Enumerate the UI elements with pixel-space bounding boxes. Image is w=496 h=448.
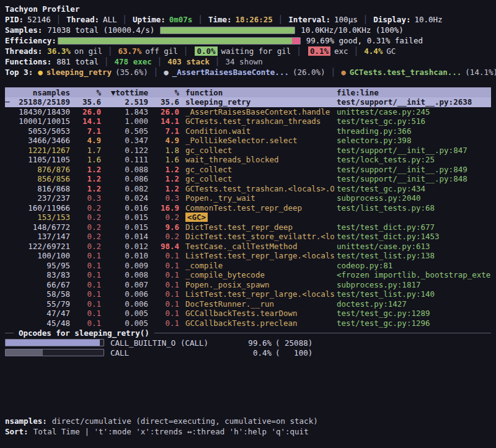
direct-pct-cell: 0.1 [70, 270, 101, 279]
top-function-3: GCTests.test_trashcan... [350, 68, 462, 77]
cumulative-pct-cell: 16.9 [148, 203, 179, 213]
table-row[interactable]: 100/100 0.1 0.010 0.1 ListTest.test_repr… [5, 251, 491, 261]
functions-label: Functions: [5, 57, 51, 66]
table-row[interactable]: 66/67 0.1 0.007 0.1 Popen._posix_spawn s… [5, 280, 491, 290]
interval-label: Interval: [288, 15, 330, 24]
table-row[interactable]: 153/153 0.2 0.015 0.2 <GC> [5, 213, 491, 222]
nsamples-cell: 1105/1105 [11, 155, 70, 164]
function-cell: _compile [179, 261, 334, 270]
threads-line: Threads: 36.3% on gil │ 63.7% off gil │ … [5, 46, 491, 56]
display-label: Display: [373, 15, 410, 24]
table-row[interactable]: 95/95 0.1 0.009 0.1 _compile codeop.py:8… [5, 261, 491, 271]
function-name: _compile_bytecode [185, 270, 265, 279]
top-function-3-pct: (14.1%) [465, 68, 496, 77]
table-row[interactable]: 122/69721 0.2 0.012 98.4 TestCase._callT… [5, 242, 491, 252]
table-row[interactable]: 45/48 0.1 0.005 0.1 GCCallbackTests.prec… [5, 318, 491, 328]
opcode-pct: 0.4% [234, 348, 272, 358]
help-line-2: Sort: Total Time | 't':mode 'x':trends ↔… [5, 426, 491, 437]
opcode-pct: 99.6% [234, 338, 272, 348]
table-row[interactable]: 47/47 0.1 0.005 0.1 GCCallbackTests.tear… [5, 309, 491, 318]
function-cell: DocTestRunner.__run [179, 299, 334, 309]
separator-dash [5, 333, 14, 333]
file-line-cell: test/support/__init__.py:2638 [334, 97, 491, 107]
cumulative-pct-cell: 1.8 [148, 146, 179, 155]
function-name: <GC> [185, 213, 208, 222]
function-cell: gc_collect [179, 165, 334, 174]
tottime-cell: 0.024 [101, 193, 148, 203]
tachyon-profiler-window: Tachyon Profiler PID: 52146 │ Thread: AL… [0, 0, 496, 448]
col-header-function[interactable]: function [179, 88, 334, 97]
cumulative-pct-cell: 0.1 [148, 289, 179, 299]
table-row[interactable]: 83/83 0.1 0.008 0.1 _compile_bytecode <f… [5, 270, 491, 280]
tottime-cell: 1.000 [101, 116, 148, 126]
tottime-cell: 0.347 [101, 136, 148, 145]
cumulative-pct-cell: 14.1 [148, 116, 179, 126]
nsamples-cell: 160/11966 [11, 203, 70, 213]
function-cell: _PollLikeSelector.select [179, 136, 334, 145]
off-gil-label: off gil [145, 46, 178, 56]
tottime-cell: 0.008 [101, 270, 148, 279]
nsamples-cell: 95/95 [11, 261, 70, 270]
nsamples-help-text: direct/cumulative (direct=executing, cum… [52, 416, 318, 426]
cumulative-pct-cell: 0.1 [148, 261, 179, 270]
cumulative-pct-cell: 1.2 [148, 174, 179, 183]
samples-total: 71038 total (10000.4/s) [47, 25, 154, 35]
function-cell: GCTests.test_trashcan_threads [179, 116, 334, 126]
col-header-tottime-sorted[interactable]: ▼tottime [101, 88, 148, 97]
table-row[interactable]: 18430/18430 26.0 1.843 26.0 _AssertRaise… [5, 107, 491, 117]
table-row[interactable]: 237/237 0.3 0.024 0.3 Popen._try_wait su… [5, 193, 491, 203]
col-header-file-line[interactable]: file:line [334, 88, 491, 97]
table-row[interactable]: 816/868 1.2 0.082 1.2 GCTests.test_trash… [5, 184, 491, 194]
direct-pct-cell: 0.1 [70, 280, 101, 289]
table-row[interactable]: 55/79 0.1 0.006 0.1 DocTestRunner.__run … [5, 299, 491, 309]
samples-line: Samples: 71038 total (10000.4/s) 10.0KHz… [5, 25, 491, 35]
col-header-cumulative-pct[interactable]: % [148, 88, 179, 97]
file-line-cell: test/list_tests.py:68 [334, 203, 491, 213]
table-row[interactable]: 160/11966 0.2 0.016 16.9 CommonTest.test… [5, 203, 491, 213]
col-header-nsamples[interactable]: nsamples [11, 88, 70, 97]
table-row[interactable]: 10001/10015 14.1 1.000 14.1 GCTests.test… [5, 116, 491, 126]
function-cell: ListTest.test_repr_large.<locals>.c... [179, 289, 334, 299]
opcode-bar-fill [6, 340, 100, 346]
table-row[interactable]: 5053/5053 7.1 0.505 7.1 Condition.wait t… [5, 126, 491, 136]
cumulative-pct-cell: 4.9 [148, 136, 179, 145]
title-bar: Tachyon Profiler [5, 4, 491, 14]
col-header-direct-pct[interactable]: % [70, 88, 101, 97]
function-name: gc_collect [185, 165, 232, 174]
cumulative-pct-cell: 0.1 [148, 318, 179, 328]
table-row[interactable]: 58/58 0.1 0.006 0.1 ListTest.test_repr_l… [5, 289, 491, 299]
uptime-label: Uptime: [133, 15, 166, 24]
cumulative-pct-cell: 0.1 [148, 270, 179, 279]
table-row[interactable]: 856/856 1.2 0.086 1.2 gc_collect test/su… [5, 174, 491, 184]
function-name: ListTest.test_repr_large.<locals>.c... [185, 251, 334, 260]
nsamples-cell: 58/58 [11, 289, 70, 299]
gold-medal-icon: ● [38, 68, 43, 77]
function-cell: GCCallbackTests.preclean [179, 318, 334, 328]
keybindings-help-text: Total Time | 't':mode 'x':trends ↔:threa… [33, 427, 309, 436]
table-row[interactable]: 137/147 0.2 0.014 0.2 DictTest.test_stor… [5, 232, 491, 242]
table-row[interactable]: 148/6772 0.2 0.015 9.6 DictTest.test_rep… [5, 222, 491, 232]
function-name: GCTests.test_trashcan_threads [185, 116, 321, 126]
thread-label: Thread: [66, 15, 99, 24]
empty-area [5, 358, 491, 416]
table-row[interactable]: 876/876 1.2 0.088 1.2 gc_collect test/su… [5, 165, 491, 175]
cumulative-pct-cell: 26.0 [148, 107, 179, 116]
function-cell: gc_collect [179, 146, 334, 155]
tottime-cell: 0.014 [101, 232, 148, 241]
function-name: DictTest.test_repr_deep [185, 222, 293, 232]
file-line-cell: <frozen importlib._bootstrap_externa [334, 270, 491, 279]
table-row[interactable]: 1221/1267 1.7 0.122 1.8 gc_collect test/… [5, 146, 491, 156]
table-row[interactable]: 1105/1105 1.6 0.111 1.6 wait_threads_blo… [5, 155, 491, 165]
table-row[interactable]: 3466/3466 4.9 0.347 4.9 _PollLikeSelecto… [5, 136, 491, 146]
samples-bar-fill [161, 27, 294, 33]
table-row[interactable]: ─ 25188/25189 35.6 2.519 35.6 sleeping_r… [5, 97, 491, 107]
function-name: GCCallbackTests.tearDown [185, 309, 298, 318]
file-line-cell: unittest/case.py:245 [334, 107, 491, 116]
nsamples-cell: 83/83 [11, 270, 70, 279]
tottime-cell: 0.006 [101, 289, 148, 299]
tottime-cell: 1.843 [101, 107, 148, 116]
table-header-row[interactable]: nsamples % ▼tottime % function file:line [5, 87, 491, 97]
function-cell: GCCallbackTests.tearDown [179, 309, 334, 318]
direct-pct-cell: 0.1 [70, 309, 101, 318]
nsamples-cell: 10001/10015 [11, 116, 70, 126]
